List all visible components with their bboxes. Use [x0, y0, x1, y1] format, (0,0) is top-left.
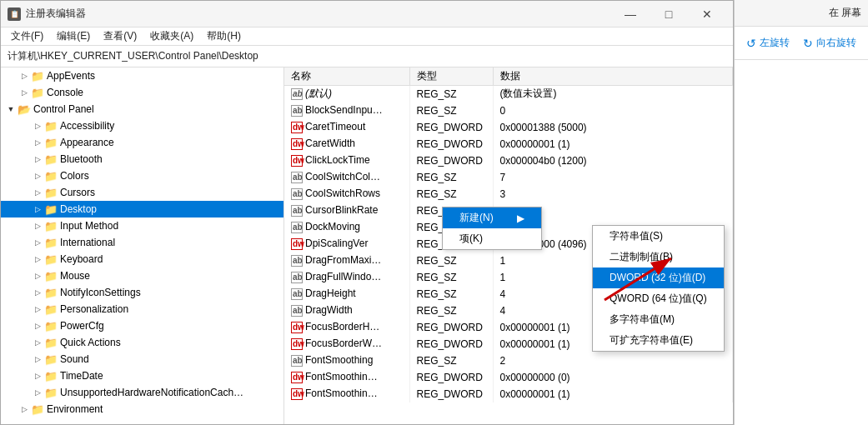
tree-label-colors: Colors [60, 170, 89, 182]
folder-icon-bluetooth: 📁 [44, 153, 58, 165]
folder-icon-environment: 📁 [31, 403, 44, 415]
right-panel-toolbar: ↺ 左旋转 ↻ 向右旋转 [735, 27, 868, 60]
menu-favorites[interactable]: 收藏夹(A) [143, 28, 200, 45]
menu-multi-string[interactable]: 多字符串值(M) [593, 309, 724, 330]
tree-item-international[interactable]: ▷ 📁 International [1, 234, 283, 251]
reg-data: 2 [493, 352, 733, 369]
menu-qword-value[interactable]: QWORD (64 位)值(Q) [593, 288, 724, 309]
tree-item-environment[interactable]: ▷ 📁 Environment [1, 401, 283, 418]
table-row[interactable]: abCoolSwitchCol… REG_SZ 7 [284, 169, 733, 186]
menu-help[interactable]: 帮助(H) [200, 28, 248, 45]
table-row[interactable]: dwFontSmoothin… REG_DWORD 0x00000000 (0) [284, 369, 733, 386]
reg-type: REG_DWORD [409, 319, 493, 336]
folder-icon-inputmethod: 📁 [44, 220, 58, 232]
tree-label-sound: Sound [60, 353, 89, 365]
col-header-type: 类型 [409, 68, 493, 86]
table-row[interactable]: abFontSmoothing REG_SZ 2 [284, 352, 733, 369]
tree-item-appevents[interactable]: ▷ 📁 AppEvents [1, 68, 283, 84]
expand-icon-powercfg: ▷ [31, 319, 44, 332]
reg-type: REG_DWORD [409, 369, 493, 386]
reg-name: abDockMoving [284, 219, 409, 236]
rotate-left-button[interactable]: ↺ 左旋转 [746, 36, 790, 50]
expand-icon-unsupported: ▷ [31, 386, 44, 399]
folder-icon-keyboard: 📁 [44, 253, 58, 265]
tree-item-quickactions[interactable]: ▷ 📁 Quick Actions [1, 334, 283, 351]
folder-icon-appearance: 📁 [44, 137, 58, 148]
reg-name: abCoolSwitchCol… [284, 169, 409, 186]
table-row[interactable]: abCoolSwitchRows REG_SZ 3 [284, 186, 733, 202]
folder-icon-international: 📁 [44, 237, 58, 248]
tree-item-timedate[interactable]: ▷ 📁 TimeDate [1, 368, 283, 384]
folder-icon-powercfg: 📁 [44, 320, 58, 332]
menu-string-value[interactable]: 字符串值(S) [593, 226, 724, 247]
expand-icon-colors: ▷ [31, 169, 44, 182]
menu-view[interactable]: 查看(V) [97, 28, 143, 45]
reg-data: 0 [493, 102, 733, 119]
tree-label-notify: NotifyIconSettings [60, 287, 141, 298]
folder-icon-quickactions: 📁 [44, 337, 58, 348]
tree-item-mouse[interactable]: ▷ 📁 Mouse [1, 268, 283, 284]
tree-item-desktop[interactable]: ▷ 📁 Desktop [1, 201, 283, 218]
maximize-button[interactable]: □ [650, 1, 688, 28]
window-title: 注册表编辑器 [26, 7, 611, 21]
tree-item-sound[interactable]: ▷ 📁 Sound [1, 351, 283, 368]
tree-item-keyboard[interactable]: ▷ 📁 Keyboard [1, 251, 283, 268]
reg-name: abDragHeight [284, 286, 409, 302]
tree-item-bluetooth[interactable]: ▷ 📁 Bluetooth [1, 151, 283, 168]
reg-ab-icon: ab [291, 288, 303, 300]
tree-item-powercfg[interactable]: ▷ 📁 PowerCfg [1, 318, 283, 334]
close-button[interactable]: ✕ [688, 1, 726, 28]
reg-ab-icon: ab [291, 205, 303, 217]
reg-type: REG_SZ [409, 286, 493, 302]
tree-item-notifyiconsettings[interactable]: ▷ 📁 NotifyIconSettings [1, 284, 283, 301]
reg-data: (数值未设置) [493, 86, 733, 102]
expand-icon-desktop: ▷ [31, 202, 44, 216]
reg-type: REG_DWORD [409, 386, 493, 402]
table-row[interactable]: dwClickLockTime REG_DWORD 0x000004b0 (12… [284, 152, 733, 169]
tree-item-colors[interactable]: ▷ 📁 Colors [1, 168, 283, 184]
expand-icon-cursors: ▷ [31, 186, 44, 199]
table-row[interactable]: abBlockSendInpu… REG_SZ 0 [284, 102, 733, 119]
menu-binary-value[interactable]: 二进制制值(B) [593, 247, 724, 268]
reg-ab-icon: ab [291, 188, 303, 200]
folder-icon-cursors: 📁 [44, 187, 58, 198]
minimize-button[interactable]: — [611, 1, 650, 28]
tree-panel: ▷ 📁 AppEvents ▷ 📁 Console ▼ 📂 Control Pa… [1, 68, 284, 424]
expand-icon-sound: ▷ [31, 352, 44, 366]
tree-label-desktop: Desktop [60, 203, 97, 215]
right-panel: 在 屏幕 ↺ 左旋转 ↻ 向右旋转 [734, 0, 868, 425]
tree-label-bluetooth: Bluetooth [60, 153, 103, 165]
reg-dword-icon: dw [291, 238, 303, 250]
reg-name: abDragWidth [284, 302, 409, 319]
tree-item-personalization[interactable]: ▷ 📁 Personalization [1, 301, 283, 318]
folder-icon-appevents: 📁 [31, 70, 44, 82]
tree-item-unsupported[interactable]: ▷ 📁 UnsupportedHardwareNotificationCach… [1, 384, 283, 401]
table-row[interactable]: dwFontSmoothin… REG_DWORD 0x00000001 (1) [284, 386, 733, 402]
folder-icon-mouse: 📁 [44, 270, 58, 282]
reg-type: REG_SZ [409, 269, 493, 286]
menu-file[interactable]: 文件(F) [4, 28, 50, 45]
expand-icon-controlpanel: ▼ [4, 102, 18, 116]
table-row[interactable]: ab(默认) REG_SZ (数值未设置) [284, 86, 733, 102]
tree-item-cursors[interactable]: ▷ 📁 Cursors [1, 184, 283, 201]
tree-item-console[interactable]: ▷ 📁 Console [1, 84, 283, 101]
tree-label-timedate: TimeDate [60, 370, 103, 382]
address-bar: 计算机\HKEY_CURRENT_USER\Control Panel\Desk… [1, 46, 733, 68]
tree-item-controlpanel[interactable]: ▼ 📂 Control Panel [1, 101, 283, 118]
tree-item-inputmethod[interactable]: ▷ 📁 Input Method [1, 218, 283, 234]
expand-icon-mouse: ▷ [31, 269, 44, 282]
table-row[interactable]: dwCaretWidth REG_DWORD 0x00000001 (1) [284, 136, 733, 152]
menu-expand-string[interactable]: 可扩充字符串值(E) [593, 330, 724, 351]
col-header-data: 数据 [493, 68, 733, 86]
new-submenu-trigger[interactable]: 新建(N) ▶ [443, 208, 541, 228]
menu-dword-value[interactable]: DWORD (32 位)值(D) [593, 268, 724, 288]
reg-ab-icon: ab [291, 88, 303, 100]
menu-item-key[interactable]: 项(K) [443, 228, 541, 249]
expand-icon-keyboard: ▷ [31, 252, 44, 266]
menu-edit[interactable]: 编辑(E) [50, 28, 97, 45]
rotate-right-button[interactable]: ↻ 向右旋转 [803, 36, 856, 50]
reg-name: dwFocusBorderW… [284, 336, 409, 352]
tree-item-accessibility[interactable]: ▷ 📁 Accessibility [1, 118, 283, 134]
tree-item-appearance[interactable]: ▷ 📁 Appearance [1, 134, 283, 151]
table-row[interactable]: dwCaretTimeout REG_DWORD 0x00001388 (500… [284, 119, 733, 136]
